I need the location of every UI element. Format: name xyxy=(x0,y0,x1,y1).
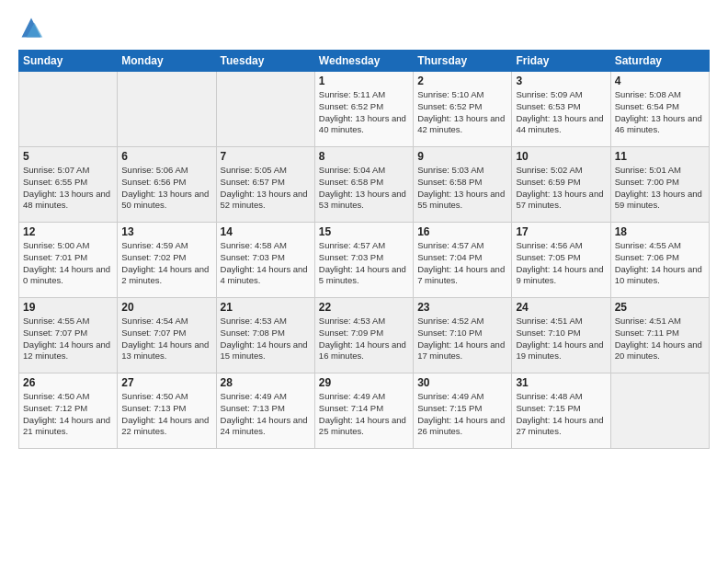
day-cell: 28Sunrise: 4:49 AMSunset: 7:13 PMDayligh… xyxy=(216,373,314,449)
day-cell: 6Sunrise: 5:06 AMSunset: 6:56 PMDaylight… xyxy=(118,147,216,223)
weekday-header-wednesday: Wednesday xyxy=(314,51,413,72)
day-number: 27 xyxy=(121,376,211,389)
day-cell: 9Sunrise: 5:03 AMSunset: 6:58 PMDaylight… xyxy=(414,147,512,223)
day-info: Sunrise: 4:49 AMSunset: 7:13 PMDaylight:… xyxy=(221,391,311,438)
logo-icon xyxy=(18,15,44,40)
day-cell: 17Sunrise: 4:56 AMSunset: 7:05 PMDayligh… xyxy=(512,223,610,298)
day-number: 13 xyxy=(121,225,211,238)
day-number: 21 xyxy=(221,301,311,314)
day-cell: 24Sunrise: 4:51 AMSunset: 7:10 PMDayligh… xyxy=(512,298,610,373)
day-number: 11 xyxy=(615,150,705,163)
day-info: Sunrise: 5:11 AMSunset: 6:52 PMDaylight:… xyxy=(319,89,409,136)
weekday-header-row: SundayMondayTuesdayWednesdayThursdayFrid… xyxy=(19,51,710,72)
day-cell: 30Sunrise: 4:49 AMSunset: 7:15 PMDayligh… xyxy=(414,373,512,449)
page-header xyxy=(18,15,710,40)
day-cell xyxy=(610,373,709,449)
day-info: Sunrise: 5:00 AMSunset: 7:01 PMDaylight:… xyxy=(23,240,113,287)
day-cell: 20Sunrise: 4:54 AMSunset: 7:07 PMDayligh… xyxy=(118,298,216,373)
day-info: Sunrise: 4:49 AMSunset: 7:15 PMDaylight:… xyxy=(417,391,507,438)
day-info: Sunrise: 4:50 AMSunset: 7:13 PMDaylight:… xyxy=(121,391,211,438)
day-info: Sunrise: 4:50 AMSunset: 7:12 PMDaylight:… xyxy=(23,391,113,438)
day-number: 3 xyxy=(516,75,606,87)
day-cell: 23Sunrise: 4:52 AMSunset: 7:10 PMDayligh… xyxy=(414,298,512,373)
day-number: 19 xyxy=(23,301,113,314)
day-info: Sunrise: 5:06 AMSunset: 6:56 PMDaylight:… xyxy=(121,165,211,212)
day-info: Sunrise: 5:10 AMSunset: 6:52 PMDaylight:… xyxy=(417,89,507,136)
day-number: 9 xyxy=(417,150,507,163)
day-number: 10 xyxy=(516,150,606,163)
day-number: 29 xyxy=(319,376,409,389)
day-number: 20 xyxy=(121,301,211,314)
weekday-header-sunday: Sunday xyxy=(19,51,118,72)
day-cell: 1Sunrise: 5:11 AMSunset: 6:52 PMDaylight… xyxy=(314,72,413,147)
weekday-header-friday: Friday xyxy=(512,51,610,72)
day-info: Sunrise: 4:59 AMSunset: 7:02 PMDaylight:… xyxy=(121,240,211,287)
day-number: 24 xyxy=(516,301,606,314)
week-row-2: 5Sunrise: 5:07 AMSunset: 6:55 PMDaylight… xyxy=(19,147,710,223)
day-number: 31 xyxy=(516,376,606,389)
day-number: 8 xyxy=(319,150,409,163)
day-info: Sunrise: 4:57 AMSunset: 7:04 PMDaylight:… xyxy=(417,240,507,287)
calendar: SundayMondayTuesdayWednesdayThursdayFrid… xyxy=(18,50,710,449)
weekday-header-tuesday: Tuesday xyxy=(216,51,314,72)
day-info: Sunrise: 4:56 AMSunset: 7:05 PMDaylight:… xyxy=(516,240,606,287)
week-row-3: 12Sunrise: 5:00 AMSunset: 7:01 PMDayligh… xyxy=(19,223,710,298)
day-number: 26 xyxy=(23,376,113,389)
day-cell: 22Sunrise: 4:53 AMSunset: 7:09 PMDayligh… xyxy=(314,298,413,373)
day-info: Sunrise: 5:03 AMSunset: 6:58 PMDaylight:… xyxy=(417,165,507,212)
day-cell xyxy=(216,72,314,147)
day-number: 2 xyxy=(417,75,507,87)
day-cell: 12Sunrise: 5:00 AMSunset: 7:01 PMDayligh… xyxy=(19,223,118,298)
day-cell: 10Sunrise: 5:02 AMSunset: 6:59 PMDayligh… xyxy=(512,147,610,223)
day-number: 14 xyxy=(221,225,311,238)
week-row-1: 1Sunrise: 5:11 AMSunset: 6:52 PMDaylight… xyxy=(19,72,710,147)
day-cell: 11Sunrise: 5:01 AMSunset: 7:00 PMDayligh… xyxy=(610,147,709,223)
day-cell: 4Sunrise: 5:08 AMSunset: 6:54 PMDaylight… xyxy=(610,72,709,147)
day-cell: 8Sunrise: 5:04 AMSunset: 6:58 PMDaylight… xyxy=(314,147,413,223)
day-info: Sunrise: 5:09 AMSunset: 6:53 PMDaylight:… xyxy=(516,89,606,136)
day-cell xyxy=(118,72,216,147)
day-number: 15 xyxy=(319,225,409,238)
day-info: Sunrise: 4:57 AMSunset: 7:03 PMDaylight:… xyxy=(319,240,409,287)
day-cell: 25Sunrise: 4:51 AMSunset: 7:11 PMDayligh… xyxy=(610,298,709,373)
day-info: Sunrise: 4:51 AMSunset: 7:11 PMDaylight:… xyxy=(615,316,705,362)
day-cell: 18Sunrise: 4:55 AMSunset: 7:06 PMDayligh… xyxy=(610,223,709,298)
day-cell: 16Sunrise: 4:57 AMSunset: 7:04 PMDayligh… xyxy=(414,223,512,298)
day-cell: 3Sunrise: 5:09 AMSunset: 6:53 PMDaylight… xyxy=(512,72,610,147)
day-cell: 13Sunrise: 4:59 AMSunset: 7:02 PMDayligh… xyxy=(118,223,216,298)
day-info: Sunrise: 4:53 AMSunset: 7:08 PMDaylight:… xyxy=(221,316,311,362)
weekday-header-thursday: Thursday xyxy=(414,51,512,72)
day-number: 4 xyxy=(615,75,705,87)
week-row-4: 19Sunrise: 4:55 AMSunset: 7:07 PMDayligh… xyxy=(19,298,710,373)
day-number: 28 xyxy=(221,376,311,389)
day-info: Sunrise: 5:02 AMSunset: 6:59 PMDaylight:… xyxy=(516,165,606,212)
day-number: 18 xyxy=(615,225,705,238)
day-info: Sunrise: 5:04 AMSunset: 6:58 PMDaylight:… xyxy=(319,165,409,212)
day-cell: 5Sunrise: 5:07 AMSunset: 6:55 PMDaylight… xyxy=(19,147,118,223)
day-info: Sunrise: 5:05 AMSunset: 6:57 PMDaylight:… xyxy=(221,165,311,212)
day-info: Sunrise: 4:51 AMSunset: 7:10 PMDaylight:… xyxy=(516,316,606,362)
day-number: 6 xyxy=(121,150,211,163)
day-number: 30 xyxy=(417,376,507,389)
day-info: Sunrise: 4:55 AMSunset: 7:06 PMDaylight:… xyxy=(615,240,705,287)
day-cell: 7Sunrise: 5:05 AMSunset: 6:57 PMDaylight… xyxy=(216,147,314,223)
day-cell: 2Sunrise: 5:10 AMSunset: 6:52 PMDaylight… xyxy=(414,72,512,147)
day-cell: 31Sunrise: 4:48 AMSunset: 7:15 PMDayligh… xyxy=(512,373,610,449)
day-cell: 27Sunrise: 4:50 AMSunset: 7:13 PMDayligh… xyxy=(118,373,216,449)
day-number: 7 xyxy=(221,150,311,163)
day-info: Sunrise: 4:58 AMSunset: 7:03 PMDaylight:… xyxy=(221,240,311,287)
day-info: Sunrise: 4:55 AMSunset: 7:07 PMDaylight:… xyxy=(23,316,113,362)
week-row-5: 26Sunrise: 4:50 AMSunset: 7:12 PMDayligh… xyxy=(19,373,710,449)
day-info: Sunrise: 5:08 AMSunset: 6:54 PMDaylight:… xyxy=(615,89,705,136)
day-cell: 26Sunrise: 4:50 AMSunset: 7:12 PMDayligh… xyxy=(19,373,118,449)
day-cell: 19Sunrise: 4:55 AMSunset: 7:07 PMDayligh… xyxy=(19,298,118,373)
day-number: 25 xyxy=(615,301,705,314)
day-number: 5 xyxy=(23,150,113,163)
day-number: 23 xyxy=(417,301,507,314)
day-cell: 21Sunrise: 4:53 AMSunset: 7:08 PMDayligh… xyxy=(216,298,314,373)
day-info: Sunrise: 4:54 AMSunset: 7:07 PMDaylight:… xyxy=(121,316,211,362)
day-cell: 14Sunrise: 4:58 AMSunset: 7:03 PMDayligh… xyxy=(216,223,314,298)
day-info: Sunrise: 4:48 AMSunset: 7:15 PMDaylight:… xyxy=(516,391,606,438)
logo xyxy=(18,15,48,40)
day-info: Sunrise: 4:52 AMSunset: 7:10 PMDaylight:… xyxy=(417,316,507,362)
